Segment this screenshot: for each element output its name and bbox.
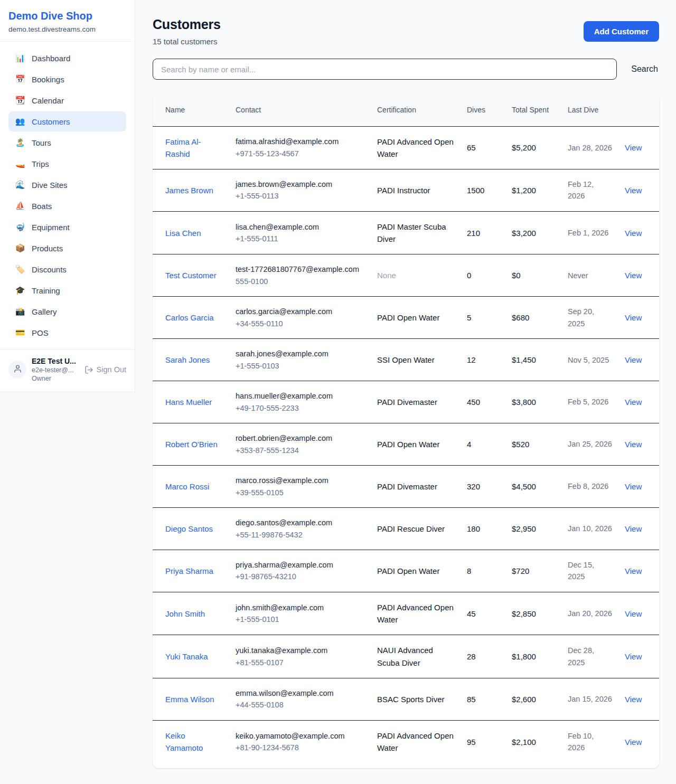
table-row: Robert O'Brien robert.obrien@example.com…	[153, 423, 659, 466]
sidebar-nav: 📊 Dashboard 📅 Bookings 📆 Calendar 👥 Cust…	[0, 42, 135, 349]
view-link[interactable]: View	[625, 440, 642, 449]
column-header-contact: Contact	[229, 93, 371, 126]
customer-name-link[interactable]: Diego Santos	[165, 524, 213, 533]
cell-name: Lisa Chen	[153, 211, 229, 254]
column-header-name: Name	[153, 93, 229, 126]
cell-contact: test-1772681807767@example.com 555-0100	[229, 254, 371, 297]
view-link[interactable]: View	[625, 695, 642, 704]
sidebar-item-products[interactable]: 📦 Products	[8, 238, 126, 258]
sidebar-item-label: Discounts	[32, 265, 67, 274]
table-header-row: NameContactCertificationDivesTotal Spent…	[153, 93, 659, 126]
search-row: Search	[153, 59, 659, 80]
view-link[interactable]: View	[625, 271, 642, 280]
sidebar-item-discounts[interactable]: 🏷️ Discounts	[8, 259, 126, 279]
sidebar-item-equipment[interactable]: 🤿 Equipment	[8, 217, 126, 237]
cell-total-spent: $2,850	[505, 592, 561, 635]
cell-total-spent: $2,950	[505, 508, 561, 550]
user-footer: E2E Test U... e2e-tester@... Owner Sign …	[0, 349, 135, 392]
sign-out-button[interactable]: Sign Out	[84, 365, 126, 374]
cell-action: View	[618, 466, 659, 508]
cell-contact: diego.santos@example.com +55-11-99876-54…	[229, 508, 371, 550]
sidebar-item-trips[interactable]: 🚤 Trips	[8, 154, 126, 174]
cell-last-dive: Jan 10, 2026	[561, 508, 618, 550]
view-link[interactable]: View	[625, 313, 642, 322]
shop-domain: demo.test.divestreams.com	[8, 25, 126, 33]
search-button[interactable]: Search	[630, 62, 659, 76]
view-link[interactable]: View	[625, 652, 642, 661]
sidebar-item-calendar[interactable]: 📆 Calendar	[8, 90, 126, 110]
page-subtitle: 15 total customers	[153, 37, 221, 46]
cell-contact: james.brown@example.com +1-555-0113	[229, 169, 371, 212]
table-header: NameContactCertificationDivesTotal Spent…	[153, 93, 659, 126]
column-header-actions	[618, 93, 659, 126]
column-header-certification: Certification	[371, 93, 461, 126]
table-row: Priya Sharma priya.sharma@example.com +9…	[153, 550, 659, 592]
sidebar-item-bookings[interactable]: 📅 Bookings	[8, 69, 126, 89]
view-link[interactable]: View	[625, 186, 642, 195]
customer-name-link[interactable]: John Smith	[165, 609, 205, 618]
cell-last-dive: Jan 15, 2026	[561, 678, 618, 720]
cell-action: View	[618, 381, 659, 423]
view-link[interactable]: View	[625, 398, 642, 407]
view-link[interactable]: View	[625, 355, 642, 364]
sidebar-item-tours[interactable]: 🏝️ Tours	[8, 133, 126, 153]
customer-phone: +1-555-0111	[236, 233, 364, 244]
customer-name-link[interactable]: Robert O'Brien	[165, 440, 218, 449]
cell-action: View	[618, 126, 659, 169]
customer-name-link[interactable]: Carlos Garcia	[165, 313, 214, 322]
bar-chart-icon: 📊	[15, 53, 25, 63]
cell-certification: PADI Divemaster	[371, 381, 461, 423]
user-name: E2E Test U...	[32, 357, 79, 365]
sidebar-item-label: Training	[32, 286, 60, 295]
view-link[interactable]: View	[625, 738, 642, 747]
cell-contact: hans.mueller@example.com +49-170-555-223…	[229, 381, 371, 423]
user-icon	[13, 364, 22, 375]
sidebar-item-customers[interactable]: 👥 Customers	[8, 111, 126, 131]
sidebar-item-dashboard[interactable]: 📊 Dashboard	[8, 48, 126, 68]
view-link[interactable]: View	[625, 482, 642, 491]
cell-name: Marco Rossi	[153, 466, 229, 508]
sidebar-item-boats[interactable]: ⛵ Boats	[8, 196, 126, 216]
cell-total-spent: $1,800	[505, 635, 561, 678]
column-header-total-spent: Total Spent	[505, 93, 561, 126]
sidebar-item-pos[interactable]: 💳 POS	[8, 323, 126, 343]
customer-name-link[interactable]: Yuki Tanaka	[165, 652, 208, 661]
view-link[interactable]: View	[625, 566, 642, 575]
customer-name-link[interactable]: Lisa Chen	[165, 229, 201, 238]
cell-dives: 210	[461, 211, 505, 254]
customer-email: sarah.jones@example.com	[236, 348, 364, 360]
customers-table: NameContactCertificationDivesTotal Spent…	[153, 93, 659, 763]
cell-certification: PADI Advanced Open Water	[371, 720, 461, 763]
cell-last-dive: Dec 15, 2025	[561, 550, 618, 592]
user-role: Owner	[32, 375, 79, 382]
sidebar-item-training[interactable]: 🎓 Training	[8, 280, 126, 300]
customer-phone: +81-90-1234-5678	[236, 742, 364, 753]
customer-name-link[interactable]: Fatima Al-Rashid	[165, 137, 201, 158]
add-customer-button[interactable]: Add Customer	[584, 21, 659, 42]
cell-contact: yuki.tanaka@example.com +81-555-0107	[229, 635, 371, 678]
view-link[interactable]: View	[625, 609, 642, 618]
cell-last-dive: Feb 10, 2026	[561, 720, 618, 763]
customer-name-link[interactable]: Test Customer	[165, 271, 217, 280]
customer-name-link[interactable]: Marco Rossi	[165, 482, 209, 491]
search-input[interactable]	[153, 59, 617, 80]
customer-name-link[interactable]: James Brown	[165, 186, 213, 195]
cell-name: Diego Santos	[153, 508, 229, 550]
customer-name-link[interactable]: Emma Wilson	[165, 695, 214, 704]
view-link[interactable]: View	[625, 143, 642, 152]
customer-phone: +49-170-555-2233	[236, 402, 364, 414]
shop-name: Demo Dive Shop	[8, 10, 126, 22]
customer-name-link[interactable]: Hans Mueller	[165, 398, 212, 407]
sidebar-item-gallery[interactable]: 📸 Gallery	[8, 301, 126, 322]
table-body: Fatima Al-Rashid fatima.alrashid@example…	[153, 126, 659, 763]
customer-name-link[interactable]: Keiko Yamamoto	[165, 731, 203, 752]
sidebar-item-dive-sites[interactable]: 🌊 Dive Sites	[8, 175, 126, 195]
customer-phone: +1-555-0101	[236, 613, 364, 625]
table-row: Hans Mueller hans.mueller@example.com +4…	[153, 381, 659, 423]
view-link[interactable]: View	[625, 524, 642, 533]
customer-name-link[interactable]: Priya Sharma	[165, 566, 213, 575]
customer-email: john.smith@example.com	[236, 602, 364, 613]
customer-phone: +34-555-0110	[236, 318, 364, 329]
customer-name-link[interactable]: Sarah Jones	[165, 355, 210, 364]
view-link[interactable]: View	[625, 229, 642, 238]
